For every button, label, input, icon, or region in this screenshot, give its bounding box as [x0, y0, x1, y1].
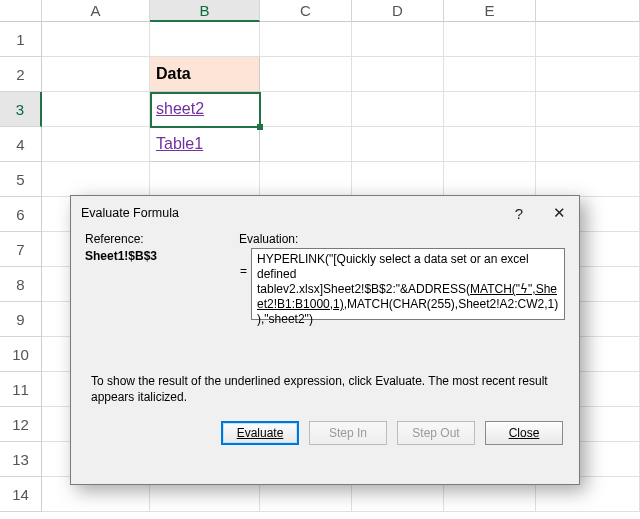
row-header-4[interactable]: 4	[0, 127, 42, 162]
row-header-3[interactable]: 3	[0, 92, 42, 127]
cell-B3[interactable]: sheet2	[150, 92, 260, 127]
row-header-13[interactable]: 13	[0, 442, 42, 477]
reference-value: Sheet1!$B$3	[85, 249, 239, 263]
dialog-title: Evaluate Formula	[81, 206, 179, 220]
dialog-titlebar[interactable]: Evaluate Formula ? ✕	[71, 196, 579, 230]
close-button[interactable]: Close	[485, 421, 563, 445]
cell-D2[interactable]	[352, 57, 444, 92]
evaluate-formula-dialog: Evaluate Formula ? ✕ Reference: Sheet1!$…	[70, 195, 580, 485]
cell-A4[interactable]	[42, 127, 150, 162]
evaluate-button[interactable]: Evaluate	[221, 421, 299, 445]
row-header-8[interactable]: 8	[0, 267, 42, 302]
cell-B1[interactable]	[150, 22, 260, 57]
cell-C2[interactable]	[260, 57, 352, 92]
col-header-B[interactable]: B	[150, 0, 260, 22]
col-header-D[interactable]: D	[352, 0, 444, 22]
dialog-hint: To show the result of the underlined exp…	[85, 374, 565, 405]
col-header-E[interactable]: E	[444, 0, 536, 22]
col-header-blank[interactable]	[536, 0, 640, 22]
cell-C4[interactable]	[260, 127, 352, 162]
cell-A2[interactable]	[42, 57, 150, 92]
select-all-corner[interactable]	[0, 0, 42, 22]
col-header-C[interactable]: C	[260, 0, 352, 22]
cell-E1[interactable]	[444, 22, 536, 57]
row-header-2[interactable]: 2	[0, 57, 42, 92]
row-header-10[interactable]: 10	[0, 337, 42, 372]
help-button[interactable]: ?	[499, 198, 539, 228]
cell-A1[interactable]	[42, 22, 150, 57]
row-header-9[interactable]: 9	[0, 302, 42, 337]
cell-C3[interactable]	[260, 92, 352, 127]
cell-C1[interactable]	[260, 22, 352, 57]
cell-F5[interactable]	[536, 162, 640, 197]
cell-F2[interactable]	[536, 57, 640, 92]
cell-B2[interactable]: Data	[150, 57, 260, 92]
row-header-6[interactable]: 6	[0, 197, 42, 232]
row-header-14[interactable]: 14	[0, 477, 42, 512]
cell-E3[interactable]	[444, 92, 536, 127]
evaluation-textbox[interactable]: HYPERLINK("[Quickly select a data set or…	[251, 248, 565, 320]
cell-B4[interactable]: Table1	[150, 127, 260, 162]
row-header-11[interactable]: 11	[0, 372, 42, 407]
cell-A3[interactable]	[42, 92, 150, 127]
cell-D4[interactable]	[352, 127, 444, 162]
cell-D1[interactable]	[352, 22, 444, 57]
step-out-button: Step Out	[397, 421, 475, 445]
cell-C5[interactable]	[260, 162, 352, 197]
evaluation-label: Evaluation:	[239, 232, 565, 246]
row-header-1[interactable]: 1	[0, 22, 42, 57]
cell-E4[interactable]	[444, 127, 536, 162]
cell-D3[interactable]	[352, 92, 444, 127]
step-in-button: Step In	[309, 421, 387, 445]
equals-sign: =	[239, 264, 251, 320]
cell-B5[interactable]	[150, 162, 260, 197]
cell-D5[interactable]	[352, 162, 444, 197]
cell-F4[interactable]	[536, 127, 640, 162]
cell-A5[interactable]	[42, 162, 150, 197]
cell-E2[interactable]	[444, 57, 536, 92]
row-header-5[interactable]: 5	[0, 162, 42, 197]
reference-label: Reference:	[85, 232, 239, 246]
col-header-A[interactable]: A	[42, 0, 150, 22]
cell-F3[interactable]	[536, 92, 640, 127]
row-header-12[interactable]: 12	[0, 407, 42, 442]
row-header-7[interactable]: 7	[0, 232, 42, 267]
close-icon[interactable]: ✕	[539, 198, 579, 228]
cell-F1[interactable]	[536, 22, 640, 57]
cell-E5[interactable]	[444, 162, 536, 197]
